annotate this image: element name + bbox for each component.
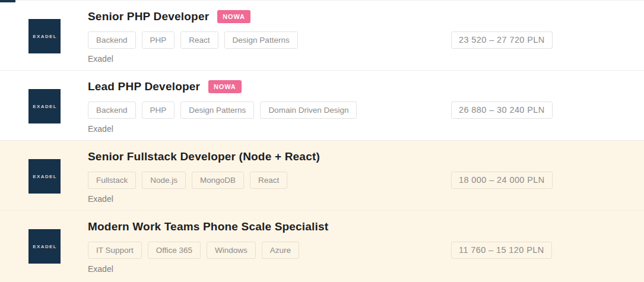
company-logo: EXADEL bbox=[28, 229, 61, 264]
job-listing-senior-fullstack[interactable]: EXADEL Senior Fullstack Developer (Node … bbox=[0, 140, 644, 210]
tag: Design Patterns bbox=[224, 31, 298, 49]
job-title: Lead PHP Developer bbox=[88, 80, 200, 94]
company-logo-text: EXADEL bbox=[33, 174, 57, 179]
company-name: Exadel bbox=[88, 264, 644, 274]
company-name: Exadel bbox=[88, 194, 644, 204]
tag: Backend bbox=[88, 31, 136, 49]
company-logo-text: EXADEL bbox=[33, 244, 57, 249]
company-logo-text: EXADEL bbox=[33, 104, 57, 109]
tag: IT Support bbox=[88, 242, 142, 259]
company-name: Exadel bbox=[88, 124, 644, 134]
tag-list: Backend PHP React Design Patterns bbox=[88, 31, 644, 49]
salary-range: 18 000 – 24 000 PLN bbox=[451, 172, 553, 189]
tag-list: IT Support Office 365 Windows Azure bbox=[88, 242, 644, 259]
tag: Fullstack bbox=[88, 172, 136, 189]
salary-range: 11 760 – 15 120 PLN bbox=[451, 242, 552, 259]
title-line: Senior PHP Developer NOWA bbox=[88, 9, 644, 24]
title-line: Senior Fullstack Developer (Node + React… bbox=[88, 150, 644, 164]
corner-fragment bbox=[0, 0, 15, 2]
title-line: Modern Work Teams Phone Scale Specialist bbox=[88, 220, 644, 234]
job-title: Senior PHP Developer bbox=[88, 9, 209, 24]
tag: MongoDB bbox=[192, 172, 244, 189]
tag: Node.js bbox=[142, 172, 186, 189]
company-logo: EXADEL bbox=[28, 89, 61, 123]
job-title: Modern Work Teams Phone Scale Specialist bbox=[88, 220, 328, 234]
tag: PHP bbox=[142, 31, 175, 49]
tag: Backend bbox=[88, 102, 136, 119]
salary-range: 26 880 – 30 240 PLN bbox=[451, 102, 553, 119]
tag: PHP bbox=[142, 102, 175, 119]
job-title: Senior Fullstack Developer (Node + React… bbox=[88, 150, 320, 164]
company-logo-text: EXADEL bbox=[33, 34, 57, 39]
tag-list: Fullstack Node.js MongoDB React bbox=[88, 172, 644, 189]
tag: React bbox=[250, 172, 287, 189]
new-badge: NOWA bbox=[217, 10, 250, 23]
job-listing-modern-work[interactable]: EXADEL Modern Work Teams Phone Scale Spe… bbox=[0, 210, 644, 282]
company-name: Exadel bbox=[88, 54, 644, 64]
tag: React bbox=[180, 31, 218, 49]
salary-range: 23 520 – 27 720 PLN bbox=[451, 31, 553, 49]
title-line: Lead PHP Developer NOWA bbox=[88, 80, 644, 94]
tag-list: Backend PHP Design Patterns Domain Drive… bbox=[88, 102, 644, 119]
job-list: EXADEL Senior PHP Developer NOWA Backend… bbox=[0, 0, 644, 282]
tag: Domain Driven Design bbox=[260, 102, 357, 119]
company-logo: EXADEL bbox=[28, 159, 61, 194]
job-listing-senior-php[interactable]: EXADEL Senior PHP Developer NOWA Backend… bbox=[0, 0, 644, 70]
tag: Azure bbox=[262, 242, 299, 259]
tag: Office 365 bbox=[148, 242, 201, 259]
job-listing-lead-php[interactable]: EXADEL Lead PHP Developer NOWA Backend P… bbox=[0, 70, 644, 140]
company-logo: EXADEL bbox=[28, 19, 61, 53]
tag: Windows bbox=[207, 242, 256, 259]
new-badge: NOWA bbox=[208, 80, 241, 93]
tag: Design Patterns bbox=[180, 102, 254, 119]
